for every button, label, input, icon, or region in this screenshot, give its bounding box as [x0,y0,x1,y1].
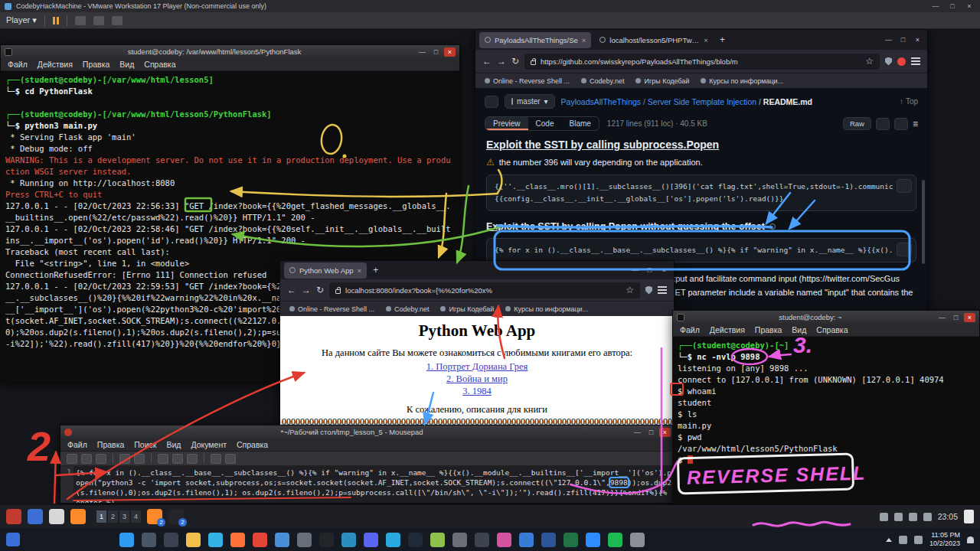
copy-code-icon[interactable] [897,179,912,193]
maximize-button[interactable]: □ [645,428,657,437]
workspace-cell[interactable]: 1 [96,510,106,523]
outline-icon[interactable]: ≡ [913,119,918,129]
menu-item[interactable]: Правка [83,60,109,69]
taskbar-app-icon[interactable] [519,533,534,547]
taskbar-app-icon[interactable] [386,533,400,547]
volume-icon[interactable] [909,513,917,521]
scrollbar[interactable] [922,180,925,264]
browser-tab[interactable]: PayloadsAllTheThings/Se × [479,32,591,48]
minimize-button[interactable]: — [416,47,428,57]
taskbar-app-icon[interactable] [341,533,356,547]
shield-icon[interactable] [645,286,652,295]
taskbar-app-icon[interactable] [586,533,600,547]
view-tab[interactable]: Code [528,117,562,130]
close-button[interactable]: × [444,47,456,57]
search-button[interactable] [211,454,221,464]
maximize-button[interactable]: □ [950,313,962,322]
url-bar[interactable]: https://github.com/swisskyrepo/PayloadsA… [524,54,880,70]
taskbar-app-icon[interactable] [230,533,245,547]
minimize-button[interactable]: — [883,35,894,44]
reload-button[interactable]: ↻ [511,56,519,67]
bookmark-item[interactable]: Codeby.net [581,77,624,85]
menu-item[interactable]: Справка [237,440,268,449]
menu-item[interactable]: Документ [191,440,227,449]
minimize-button[interactable]: — [632,428,643,437]
workspace-cell[interactable]: 2 [108,510,118,523]
taskbar-app-icon[interactable] [541,533,556,547]
close-button[interactable]: × [659,428,671,437]
taskbar-app-icon[interactable] [497,533,511,547]
browser-tab[interactable]: localhost/lesson5/PHPTwigInj × [594,32,714,48]
widgets-icon[interactable] [6,533,20,546]
menu-item[interactable]: Файл [67,440,87,449]
taskbar-app-icon[interactable] [630,533,645,547]
menu-item[interactable]: Действия [710,325,745,334]
mousepad-titlebar[interactable]: *~/Рабочий стол/tmp_lesson_5 - Mousepad … [60,425,675,439]
taskbar-app-icon[interactable] [319,533,334,547]
terminal-flask-titlebar[interactable]: student@codeby: /var/www/html/lesson5/Py… [1,45,459,58]
copy-icon[interactable] [876,118,890,130]
menu-icon[interactable] [911,57,920,65]
close-button[interactable]: × [912,35,923,44]
url-bar[interactable]: localhost:8080/index?book={%%20for%20x% … [329,282,640,298]
menu-item[interactable]: Вид [119,60,134,69]
terminal-nc-titlebar[interactable]: student@codeby: ~ — □ × [673,311,979,324]
minimize-button[interactable]: — [936,313,948,322]
bell-icon[interactable] [923,513,932,521]
menu-item[interactable]: Справка [816,325,848,334]
menu-item[interactable]: Файл [680,325,700,334]
edit-pencil-icon[interactable] [894,118,908,130]
maximize-button[interactable]: □ [897,35,909,44]
breadcrumb-item[interactable]: Server Side Template Injection [641,97,756,106]
network-icon[interactable] [899,536,907,544]
redo-button[interactable] [134,454,145,464]
taskbar-app-icon[interactable] [28,509,43,524]
vmware-minimize-button[interactable]: — [929,2,942,10]
save-button[interactable] [96,454,106,464]
taskbar-app-icon[interactable] [6,509,21,524]
menu-item[interactable]: Вид [792,325,806,334]
menu-item[interactable]: Поиск [134,440,156,449]
menu-item[interactable]: Файл [8,60,28,69]
taskbar-app-icon[interactable] [608,533,622,547]
taskbar-app-icon[interactable] [253,533,267,547]
menu-item[interactable]: Правка [755,325,782,334]
book-link[interactable]: 1. Портрет Дориана Грея [280,361,674,373]
taskbar-app-icon[interactable] [452,533,467,547]
menu-item[interactable]: Вид [166,440,181,449]
section-heading-popen-no-offset[interactable]: Exploit the SSTI by calling Popen withou… [486,221,916,232]
open-file-button[interactable] [81,454,92,464]
taskbar-app-icon[interactable] [364,533,378,547]
workspace-cell[interactable]: 4 [131,510,141,523]
menu-item[interactable]: Правка [97,440,124,449]
raw-button[interactable]: Raw [843,117,871,130]
close-button[interactable]: × [658,266,670,275]
paste-button[interactable] [187,454,198,464]
tab-close-icon[interactable]: × [582,36,586,44]
sidebar-toggle-icon[interactable] [485,96,498,108]
breadcrumb-item[interactable]: README.md [756,97,812,106]
anchor-link-icon[interactable] [769,223,776,230]
back-button[interactable]: ← [287,285,296,295]
vmware-maximize-button[interactable]: □ [946,2,959,10]
view-tab[interactable]: Preview [485,117,528,130]
taskbar-app-icon[interactable] [297,533,312,547]
minimize-button[interactable]: — [629,266,641,275]
taskbar-app-icon[interactable] [564,533,578,547]
taskbar-app-icon[interactable] [208,533,223,547]
taskbar-app-icon[interactable] [49,509,64,524]
display-icon[interactable] [880,513,888,521]
taskbar-app-icon[interactable] [475,533,489,547]
bookmark-item[interactable]: Игры Кодебай [635,77,689,85]
copy-code-icon[interactable] [897,243,912,256]
bookmark-star-icon[interactable]: ☆ [865,56,874,67]
taskbar-app-icon[interactable] [408,533,423,547]
view-tab[interactable]: Blame [561,117,598,130]
editor-code[interactable]: {% for x in ().__class__.__base__.__subc… [74,466,675,503]
windows-clock[interactable]: 11:05 PM 10/2/2023 [929,531,960,548]
fullscreen-icon[interactable] [112,16,122,25]
breadcrumb-item[interactable]: PayloadsAllTheThings [561,97,641,106]
new-tab-button[interactable]: + [370,265,381,276]
bookmark-item[interactable]: Codeby.net [386,305,429,313]
shield-icon[interactable] [885,57,892,66]
